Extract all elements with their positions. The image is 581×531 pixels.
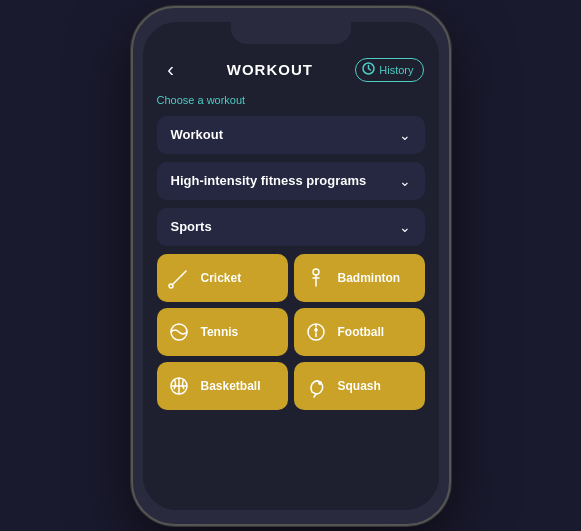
header: ‹ WORKOUT History [157, 58, 425, 82]
history-button[interactable]: History [355, 58, 424, 82]
badminton-label: Badminton [338, 271, 401, 285]
sport-item-squash[interactable]: Squash [294, 362, 425, 410]
tennis-icon [165, 318, 193, 346]
sports-dropdown-label: Sports [171, 219, 212, 234]
cricket-icon [165, 264, 193, 292]
hift-dropdown[interactable]: High-intensity fitness programs ⌄ [157, 162, 425, 200]
sports-dropdown[interactable]: Sports ⌄ [157, 208, 425, 246]
squash-label: Squash [338, 379, 381, 393]
football-icon [302, 318, 330, 346]
sports-chevron-icon: ⌄ [399, 219, 411, 235]
sports-grid: Cricket Badminton [157, 254, 425, 410]
history-label: History [379, 64, 413, 76]
svg-point-4 [313, 269, 319, 275]
phone-screen: ‹ WORKOUT History Choose a workout [143, 22, 439, 510]
sport-item-basketball[interactable]: Basketball [157, 362, 288, 410]
football-label: Football [338, 325, 385, 339]
choose-label: Choose a workout [157, 94, 425, 106]
basketball-label: Basketball [201, 379, 261, 393]
workout-dropdown[interactable]: Workout ⌄ [157, 116, 425, 154]
hift-chevron-icon: ⌄ [399, 173, 411, 189]
sport-item-football[interactable]: Football [294, 308, 425, 356]
badminton-icon [302, 264, 330, 292]
svg-line-2 [182, 271, 186, 275]
tennis-label: Tennis [201, 325, 239, 339]
screen-content: ‹ WORKOUT History Choose a workout [143, 22, 439, 510]
svg-line-15 [314, 394, 316, 397]
phone-wrapper: ‹ WORKOUT History Choose a workout [131, 6, 451, 526]
svg-marker-9 [314, 327, 318, 333]
back-button[interactable]: ‹ [157, 58, 185, 81]
svg-line-1 [172, 275, 182, 285]
squash-icon [302, 372, 330, 400]
workout-dropdown-label: Workout [171, 127, 223, 142]
svg-point-3 [169, 284, 173, 288]
phone-frame: ‹ WORKOUT History Choose a workout [131, 6, 451, 526]
notch [231, 22, 351, 44]
cricket-label: Cricket [201, 271, 242, 285]
svg-point-16 [318, 381, 322, 385]
history-icon [362, 62, 375, 78]
page-title: WORKOUT [227, 61, 313, 78]
sport-item-badminton[interactable]: Badminton [294, 254, 425, 302]
workout-chevron-icon: ⌄ [399, 127, 411, 143]
hift-dropdown-label: High-intensity fitness programs [171, 173, 367, 188]
sport-item-tennis[interactable]: Tennis [157, 308, 288, 356]
basketball-icon [165, 372, 193, 400]
sport-item-cricket[interactable]: Cricket [157, 254, 288, 302]
